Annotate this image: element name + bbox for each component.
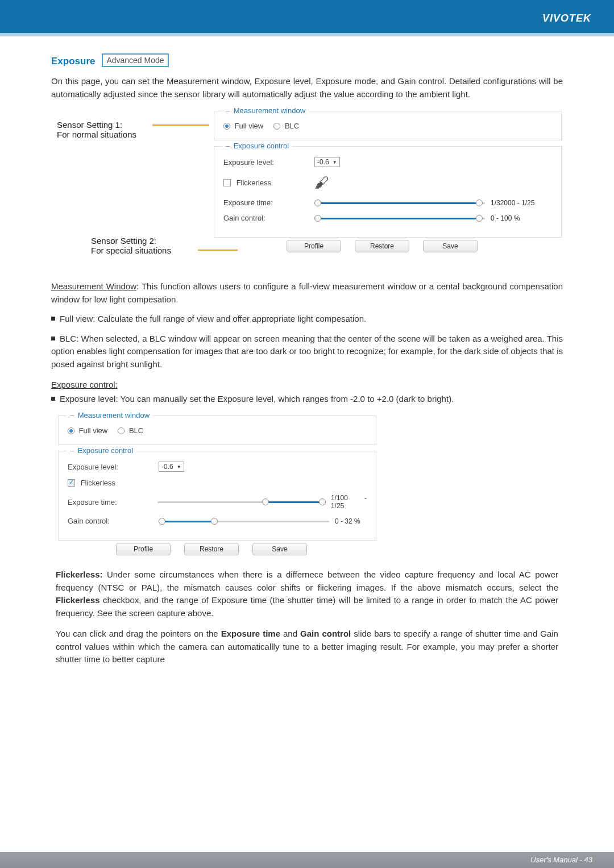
save-button[interactable]: Save [423,240,478,252]
gain-control-value-2: 0 - 32 % [335,517,360,525]
header-band: VIVOTEK [0,0,614,33]
full-view-radio-2[interactable] [68,427,74,434]
exposure-time-label-2: Exposure time: [68,498,157,506]
exposure-time-value: 1/32000 - 1/25 [491,199,534,207]
blc-label-2: BLC [129,426,143,435]
gain-control-label-2: Gain control: [68,517,159,525]
gain-control-slider[interactable] [314,214,485,222]
blc-bullet: BLC: When selected, a BLC window will ap… [51,333,563,371]
exposure-time-slider[interactable] [314,199,485,207]
measurement-window-paragraph: Measurement Window: This function allows… [51,280,563,306]
chevron-down-icon: ▼ [333,160,337,165]
measurement-window-legend-2: – Measurement window [67,411,153,420]
exposure-time-slider-2[interactable] [157,498,325,506]
flickerless-checkbox[interactable] [223,179,231,186]
section-title: Exposure [51,56,95,67]
footer-band: User's Manual - 43 [0,852,614,868]
flickerless-checkbox-2[interactable] [68,479,75,487]
blc-radio-2[interactable] [118,427,125,434]
exposure-control-heading: Exposure control: [51,379,563,392]
exposure-time-value-2: 1/100 - 1/25 [331,494,367,510]
flickerless-label-2: Flickerless [81,479,115,487]
measurement-window-panel-2: – Measurement window Full view BLC [58,416,376,445]
gain-control-label: Gain control: [223,214,314,222]
exposure-level-select-2[interactable]: -0.6▼ [159,462,184,472]
intro-paragraph: On this page, you can set the Measuremen… [51,75,563,101]
brand-logo: VIVOTEK [542,13,591,24]
exposure-level-label-2: Exposure level: [68,463,159,471]
footer-page-label: User's Manual - 43 [530,855,592,864]
exposure-control-legend: – Exposure control [222,142,292,150]
mode-badge: Advanced Mode [102,53,168,67]
full-view-label: Full view [235,122,264,130]
profile-button[interactable]: Profile [287,240,341,252]
drag-paragraph: You can click and drag the pointers on t… [51,628,563,666]
gain-control-slider-2[interactable] [159,517,329,525]
gain-control-value: 0 - 100 % [491,214,520,222]
save-button-2[interactable]: Save [252,543,307,555]
full-view-label-2: Full view [79,426,108,435]
exposure-time-label: Exposure time: [223,198,314,207]
blc-radio[interactable] [273,123,280,130]
exposure-control-panel: – Exposure control Exposure level: -0.6▼… [214,146,562,238]
blc-label: BLC [285,122,299,130]
full-view-radio[interactable] [223,123,230,130]
exposure-level-bullet: Exposure level: You can manually set the… [51,393,563,406]
profile-button-2[interactable]: Profile [116,543,171,555]
chevron-down-icon: ▼ [177,464,181,470]
restore-button-2[interactable]: Restore [184,543,239,555]
callout-line-1 [152,124,209,126]
exposure-level-label: Exposure level: [223,158,314,167]
section-heading: Exposure Advanced Mode [51,53,563,67]
exposure-control-legend-2: – Exposure control [67,446,136,455]
flickerless-paragraph: Flickerless: Under some circumstances wh… [51,568,563,620]
measurement-window-legend: – Measurement window [222,106,309,115]
flickerless-label: Flickerless [237,178,271,187]
exposure-level-select[interactable]: -0.6▼ [314,157,340,167]
exposure-control-panel-2: – Exposure control Exposure level: -0.6▼… [58,451,376,541]
sensor-setting-1-label: Sensor Setting 1: For normal situations [57,120,136,139]
full-view-bullet: Full view: Calculate the full range of v… [51,313,563,326]
sensor-setting-2-label: Sensor Setting 2: For special situations [91,236,171,255]
callout-line-2 [198,250,238,251]
brush-icon: 🖌 [314,174,329,192]
restore-button[interactable]: Restore [355,240,409,252]
measurement-window-panel: – Measurement window Full view BLC [214,111,562,140]
